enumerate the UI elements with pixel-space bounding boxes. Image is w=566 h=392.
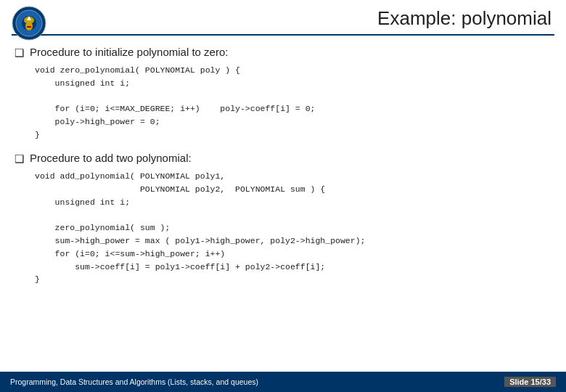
- code-line: for (i=0; i<=MAX_DEGREE; i++) poly->coef…: [35, 102, 551, 115]
- code-block-1: void zero_polynomial( POLYNOMIAL poly ) …: [35, 64, 551, 142]
- footer: Programming, Data Structures and Algorit…: [0, 372, 566, 392]
- code-line: for (i=0; i<=sum->high_power; i++): [35, 248, 551, 261]
- svg-rect-6: [27, 26, 31, 28]
- code-line: void add_polynomial( POLYNOMIAL poly1,: [35, 170, 551, 183]
- logo: [12, 6, 46, 41]
- code-block-2: void add_polynomial( POLYNOMIAL poly1, P…: [35, 170, 551, 286]
- code-line: [35, 90, 551, 103]
- section-1-header: ❑ Procedure to initialize polynomial to …: [15, 46, 551, 60]
- code-line: poly->high_power = 0;: [35, 115, 551, 128]
- slide-title: Example: polynomial: [377, 7, 551, 30]
- code-line: }: [35, 128, 551, 142]
- code-line: sum->coeff[i] = poly1->coeff[i] + poly2-…: [35, 261, 551, 274]
- divider: [12, 34, 554, 36]
- code-line: zero_polynomial( sum );: [35, 221, 551, 234]
- section-1-title: Procedure to initialize polynomial to ze…: [30, 46, 228, 58]
- content: ❑ Procedure to initialize polynomial to …: [0, 43, 566, 286]
- section-2-header: ❑ Procedure to add two polynomial:: [15, 152, 551, 166]
- section-2: ❑ Procedure to add two polynomial: void …: [15, 152, 551, 286]
- header: Example: polynomial: [0, 0, 566, 34]
- code-line: POLYNOMIAL poly2, POLYNOMIAL sum ) {: [35, 183, 551, 196]
- code-line: unsigned int i;: [35, 196, 551, 209]
- code-line: unsigned int i;: [35, 77, 551, 90]
- footer-left-text: Programming, Data Structures and Algorit…: [10, 377, 258, 386]
- section-2-title: Procedure to add two polynomial:: [30, 152, 192, 164]
- code-line: [35, 208, 551, 221]
- bullet-1: ❑: [15, 46, 24, 60]
- bullet-2: ❑: [15, 152, 24, 166]
- section-1: ❑ Procedure to initialize polynomial to …: [15, 46, 551, 142]
- code-line: void zero_polynomial( POLYNOMIAL poly ) …: [35, 64, 551, 77]
- code-line: sum->high_power = max ( poly1->high_powe…: [35, 234, 551, 248]
- code-line: }: [35, 273, 551, 286]
- footer-slide-number: Slide 15/33: [504, 377, 556, 387]
